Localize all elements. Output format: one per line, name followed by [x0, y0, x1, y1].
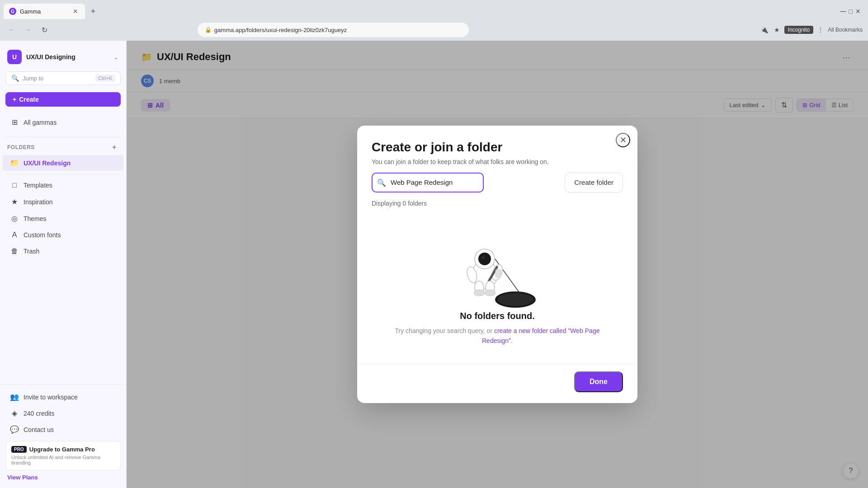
pro-badge: PRO: [11, 446, 27, 453]
folders-header: Folders +: [0, 140, 126, 155]
add-folder-button[interactable]: +: [110, 143, 119, 152]
sidebar-item-custom-fonts[interactable]: A Custom fonts: [3, 227, 123, 243]
sidebar-item-trash[interactable]: 🗑 Trash: [3, 244, 123, 259]
themes-icon: ◎: [10, 214, 19, 223]
inspiration-icon: ★: [10, 197, 19, 206]
tab-title: Gamma: [20, 8, 68, 15]
bookmark-button[interactable]: ★: [772, 24, 783, 35]
contact-icon: 💬: [10, 425, 19, 434]
modal-body: Displaying 0 folders: [357, 200, 637, 364]
create-join-folder-modal: Create or join a folder You can join a f…: [357, 126, 637, 404]
sidebar-item-label: Themes: [24, 215, 47, 222]
invite-icon: 👥: [10, 393, 19, 401]
tab-favicon: G: [9, 8, 16, 15]
upgrade-box: PRO Upgrade to Gamma Pro Unlock unlimite…: [5, 441, 121, 470]
workspace-name: UX/UI Designing: [26, 53, 109, 61]
active-folder-label: UX/UI Redesign: [24, 160, 71, 167]
sidebar-item-themes[interactable]: ◎ Themes: [3, 211, 123, 226]
browser-actions: 🔌 ★ Incognito ⋮ All Bookmarks: [759, 24, 863, 35]
all-gammas-icon: ⊞: [10, 118, 19, 127]
svg-rect-14: [495, 269, 501, 277]
empty-state-description: Try changing your search query, or creat…: [381, 326, 614, 346]
trash-icon: 🗑: [10, 247, 19, 255]
modal-overlay[interactable]: Create or join a folder You can join a f…: [127, 41, 868, 488]
upgrade-title: Upgrade to Gamma Pro: [29, 446, 95, 453]
search-wrapper: 🔍: [372, 173, 559, 192]
sidebar-item-label: 240 credits: [24, 410, 54, 417]
menu-button[interactable]: ⋮: [815, 24, 826, 35]
folder-icon: 📁: [10, 159, 19, 167]
sidebar-bottom: 👥 Invite to workspace ◈ 240 credits 💬 Co…: [0, 385, 126, 483]
sidebar-item-label: Templates: [24, 182, 52, 189]
create-folder-button[interactable]: Create folder: [565, 173, 623, 192]
templates-icon: □: [10, 181, 19, 189]
search-icon: 🔍: [11, 75, 19, 82]
sidebar-item-contact[interactable]: 💬 Contact us: [3, 422, 123, 437]
sidebar-item-label: Custom fonts: [24, 231, 61, 239]
empty-desc-prefix: Try changing your search query, or: [395, 327, 494, 334]
sidebar-divider: [5, 137, 121, 137]
create-label: Create: [19, 96, 39, 103]
svg-point-6: [481, 256, 485, 259]
jump-to-search[interactable]: 🔍 Jump to Ctrl+K: [5, 71, 121, 85]
workspace-avatar: U: [7, 50, 22, 64]
active-tab[interactable]: G Gamma ✕: [4, 4, 85, 19]
search-shortcut: Ctrl+K: [95, 75, 115, 82]
svg-point-12: [474, 290, 485, 296]
bookmarks-label: All Bookmarks: [828, 27, 863, 33]
modal-search-icon: 🔍: [377, 178, 386, 187]
tab-bar: G Gamma ✕ + ─ □ ✕: [0, 0, 868, 19]
tab-close-button[interactable]: ✕: [71, 7, 80, 15]
nav-section: ⊞ All gammas: [0, 110, 126, 134]
modal-close-button[interactable]: ✕: [616, 133, 630, 147]
minimize-button[interactable]: ─: [840, 7, 846, 16]
svg-point-13: [485, 290, 495, 296]
modal-subtitle: You can join a folder to keep track of w…: [372, 158, 623, 165]
main-content: 📁 UX/UI Redesign ··· CS 1 memb ⊞ All Las…: [127, 41, 868, 488]
create-new-folder-link[interactable]: create a new folder called "Web Page Red…: [482, 327, 599, 344]
folder-search-input[interactable]: [372, 173, 484, 192]
workspace-chevron-icon: ⌄: [113, 53, 119, 61]
upgrade-description: Unlock unlimited AI and remove Gamma bra…: [11, 455, 115, 465]
sidebar-item-label: All gammas: [24, 119, 57, 126]
modal-header: Create or join a folder You can join a f…: [357, 126, 637, 173]
new-tab-button[interactable]: +: [87, 5, 99, 18]
custom-fonts-icon: A: [10, 231, 19, 239]
svg-point-5: [478, 253, 491, 265]
view-plans-link[interactable]: View Plans: [7, 474, 119, 481]
modal-title: Create or join a folder: [372, 140, 623, 155]
astronaut-illustration: [452, 230, 542, 311]
sidebar-item-credits[interactable]: ◈ 240 credits: [3, 405, 123, 421]
create-plus-icon: +: [13, 96, 16, 103]
extensions-button[interactable]: 🔌: [759, 24, 770, 35]
address-bar: ← → ↻ 🔒 gamma.app/folders/uxui-redesign-…: [0, 19, 868, 41]
done-button[interactable]: Done: [574, 371, 623, 392]
sidebar-item-templates[interactable]: □ Templates: [3, 178, 123, 193]
create-button[interactable]: + Create: [5, 92, 121, 107]
sidebar: U UX/UI Designing ⌄ 🔍 Jump to Ctrl+K + C…: [0, 41, 127, 488]
modal-footer: Done: [357, 364, 637, 403]
maximize-button[interactable]: □: [849, 8, 853, 15]
empty-state: No folders found. Try changing your sear…: [372, 216, 623, 355]
sidebar-item-label: Inspiration: [24, 198, 53, 206]
sidebar-item-uxui-redesign[interactable]: 📁 UX/UI Redesign: [3, 155, 123, 171]
empty-state-title: No folders found.: [460, 311, 535, 321]
browser-chrome: G Gamma ✕ + ─ □ ✕ ← → ↻ 🔒 gamma.app/fold…: [0, 0, 868, 41]
url-bar[interactable]: 🔒 gamma.app/folders/uxui-redesign-20liz0…: [198, 23, 469, 37]
refresh-button[interactable]: ↻: [38, 23, 51, 36]
forward-button[interactable]: →: [22, 23, 34, 36]
displaying-count-text: Displaying 0 folders: [372, 200, 623, 207]
credits-icon: ◈: [10, 409, 19, 418]
sidebar-item-invite[interactable]: 👥 Invite to workspace: [3, 389, 123, 405]
sidebar-item-all-gammas[interactable]: ⊞ All gammas: [3, 114, 123, 130]
sidebar-item-label: Invite to workspace: [24, 394, 78, 401]
workspace-header[interactable]: U UX/UI Designing ⌄: [0, 46, 126, 68]
sidebar-item-inspiration[interactable]: ★ Inspiration: [3, 194, 123, 210]
url-text: gamma.app/folders/uxui-redesign-20liz0zk…: [214, 27, 347, 33]
folders-label: Folders: [7, 144, 110, 150]
modal-search-row: 🔍 Create folder: [357, 173, 637, 200]
back-button[interactable]: ←: [5, 23, 18, 36]
search-placeholder-text: Jump to: [23, 75, 92, 82]
app-container: U UX/UI Designing ⌄ 🔍 Jump to Ctrl+K + C…: [0, 41, 868, 488]
close-window-button[interactable]: ✕: [855, 8, 861, 15]
